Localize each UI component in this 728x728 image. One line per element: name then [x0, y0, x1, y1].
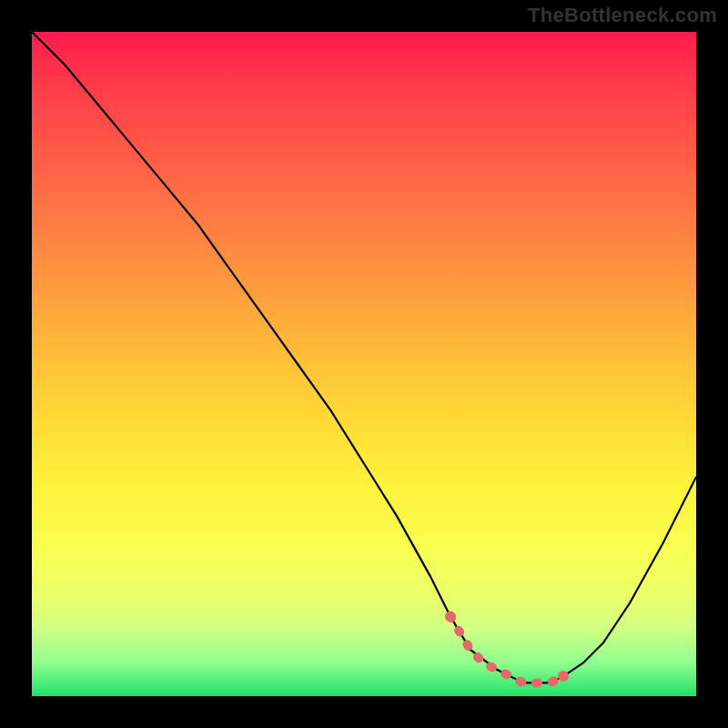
dot-start [445, 611, 456, 622]
chart-plot-area [32, 32, 696, 696]
watermark-text: TheBottleneck.com [528, 4, 717, 27]
curve-line [32, 32, 696, 682]
optimal-zone-dots [450, 616, 563, 682]
dot-end [558, 671, 569, 682]
bottleneck-curve-svg [32, 32, 696, 696]
chart-frame: TheBottleneck.com [0, 0, 728, 728]
